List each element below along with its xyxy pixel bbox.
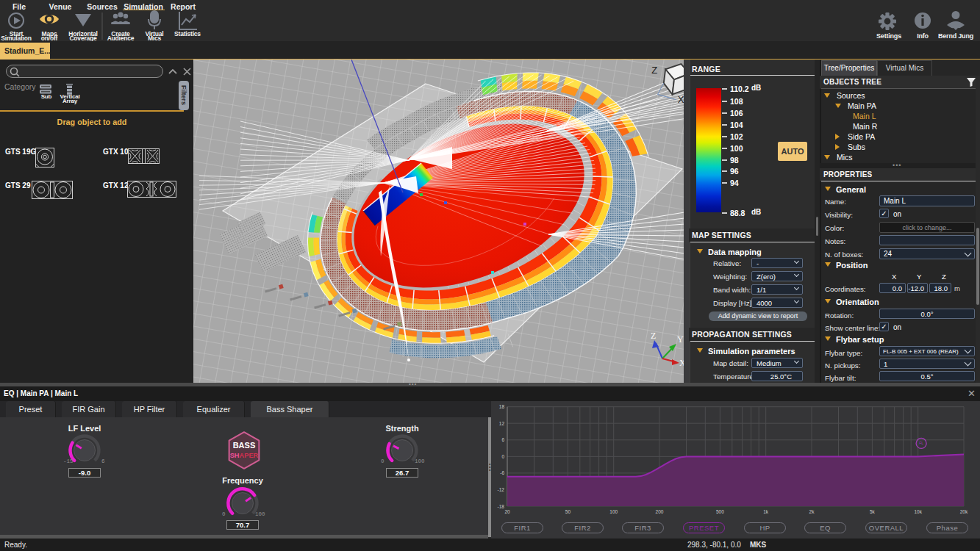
svg-text:5k: 5k <box>870 509 876 514</box>
svg-text:FL: FL <box>919 441 923 445</box>
svg-text:Z: Z <box>651 331 656 341</box>
svg-text:50: 50 <box>565 509 571 514</box>
svg-text:Z: Z <box>651 65 657 76</box>
svg-text:20: 20 <box>504 509 510 514</box>
svg-text:10k: 10k <box>914 509 922 514</box>
svg-text:500: 500 <box>716 509 724 514</box>
svg-text:-12: -12 <box>498 487 505 492</box>
svg-text:2k: 2k <box>809 509 815 514</box>
svg-text:1k: 1k <box>763 509 769 514</box>
svg-text:18: 18 <box>499 404 505 409</box>
svg-text:Y: Y <box>677 334 684 345</box>
svg-text:0: 0 <box>501 454 504 459</box>
svg-text:20k: 20k <box>960 509 968 514</box>
svg-text:100: 100 <box>609 509 618 514</box>
svg-text:-18: -18 <box>498 504 505 509</box>
svg-text:-6: -6 <box>500 470 504 475</box>
svg-text:SHAPER: SHAPER <box>230 452 259 459</box>
svg-text:BASS: BASS <box>233 441 256 450</box>
svg-text:12: 12 <box>499 421 505 426</box>
svg-text:6: 6 <box>501 437 504 442</box>
svg-text:200: 200 <box>656 509 664 514</box>
